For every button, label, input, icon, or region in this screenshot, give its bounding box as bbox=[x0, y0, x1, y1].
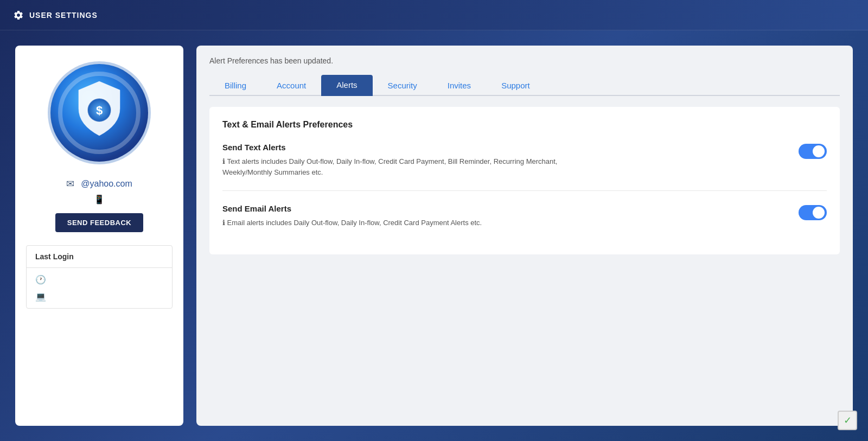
email-alerts-slider bbox=[799, 205, 827, 220]
text-alerts-label-section: Send Text Alerts ℹ Text alerts includes … bbox=[222, 143, 799, 177]
email-alerts-toggle-wrapper bbox=[799, 204, 827, 220]
svg-text:$: $ bbox=[96, 104, 103, 117]
last-login-body: 🕐 💻 bbox=[27, 268, 172, 308]
right-panel: Alert Preferences has been updated. Bill… bbox=[196, 46, 853, 426]
phone-row: 📱 bbox=[94, 194, 105, 204]
send-feedback-button[interactable]: SEND FEEDBACK bbox=[55, 213, 143, 232]
text-alerts-description: ℹ Text alerts includes Daily Out-flow, D… bbox=[222, 156, 591, 177]
alerts-content-card: Text & Email Alerts Preferences Send Tex… bbox=[209, 107, 840, 254]
clock-icon: 🕐 bbox=[35, 274, 46, 285]
tabs-container: Billing Account Alerts Security Invites … bbox=[209, 74, 840, 96]
left-card: $ bbox=[15, 46, 183, 426]
last-login-section: Last Login 🕐 💻 bbox=[26, 245, 173, 309]
email-icon: ✉ bbox=[66, 178, 74, 190]
last-login-time-row: 🕐 bbox=[35, 274, 163, 285]
tab-invites[interactable]: Invites bbox=[432, 75, 486, 96]
last-login-device-row: 💻 bbox=[35, 291, 163, 302]
tab-billing[interactable]: Billing bbox=[209, 75, 261, 96]
tab-security[interactable]: Security bbox=[373, 75, 432, 96]
phone-icon: 📱 bbox=[94, 194, 105, 204]
header-title-text: USER SETTINGS bbox=[29, 11, 98, 20]
header-title: USER SETTINGS bbox=[13, 10, 98, 21]
send-email-alerts-row: Send Email Alerts ℹ Email alerts include… bbox=[222, 204, 827, 241]
badge-icon: ✓ bbox=[844, 414, 852, 426]
text-alerts-label: Send Text Alerts bbox=[222, 143, 799, 152]
main-content: $ bbox=[0, 30, 868, 441]
text-alerts-toggle-wrapper bbox=[799, 143, 827, 159]
alert-message: Alert Preferences has been updated. bbox=[209, 56, 840, 65]
bottom-badge: ✓ bbox=[838, 411, 857, 430]
email-alerts-label: Send Email Alerts bbox=[222, 204, 799, 213]
text-alerts-toggle[interactable] bbox=[799, 144, 827, 159]
tab-support[interactable]: Support bbox=[486, 75, 545, 96]
send-text-alerts-row: Send Text Alerts ℹ Text alerts includes … bbox=[222, 143, 827, 191]
email-alerts-label-section: Send Email Alerts ℹ Email alerts include… bbox=[222, 204, 799, 228]
content-card-title: Text & Email Alerts Preferences bbox=[222, 120, 827, 130]
email-alerts-description: ℹ Email alerts includes Daily Out-flow, … bbox=[222, 218, 591, 228]
avatar: $ bbox=[45, 59, 154, 167]
email-alerts-toggle[interactable] bbox=[799, 205, 827, 220]
tab-account[interactable]: Account bbox=[261, 75, 321, 96]
last-login-header: Last Login bbox=[27, 246, 172, 268]
text-alerts-slider bbox=[799, 144, 827, 159]
email-row: ✉ @yahoo.com bbox=[26, 178, 173, 190]
email-text: @yahoo.com bbox=[81, 179, 132, 189]
tab-alerts[interactable]: Alerts bbox=[321, 75, 372, 96]
gear-icon bbox=[13, 10, 24, 21]
header: USER SETTINGS bbox=[0, 0, 868, 30]
laptop-icon: 💻 bbox=[35, 291, 46, 302]
